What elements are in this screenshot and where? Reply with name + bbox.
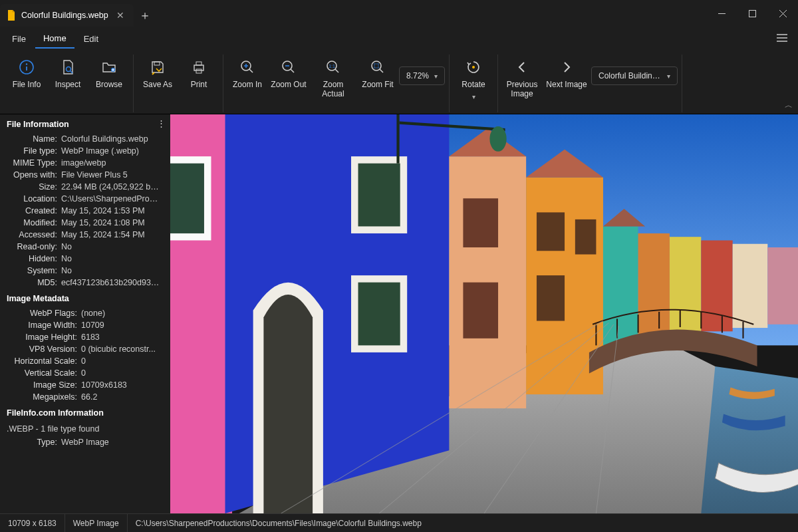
fileinfo-result-line: .WEBP - 1 file type found bbox=[4, 422, 165, 436]
info-row-system: System:No bbox=[4, 265, 165, 277]
svg-rect-38 bbox=[767, 247, 798, 325]
next-image-button[interactable]: Next Image bbox=[543, 55, 590, 92]
save-as-button[interactable]: Save As bbox=[138, 55, 178, 92]
info-sidebar: ⋮ File Information Name:Colorful Buildin… bbox=[0, 114, 170, 513]
info-icon bbox=[19, 59, 35, 76]
print-icon bbox=[191, 59, 207, 76]
maximize-button[interactable] bbox=[737, 0, 767, 27]
save-icon bbox=[150, 59, 166, 76]
ribbon-group-output: Save As Print bbox=[134, 55, 223, 112]
svg-point-13 bbox=[372, 61, 381, 70]
file-info-heading: File Information bbox=[4, 120, 165, 133]
meta-row-imgsize: Image Size:10709x6183 bbox=[4, 379, 165, 391]
ribbon-label: Next Image bbox=[546, 80, 587, 89]
status-format: WebP Image bbox=[65, 514, 128, 532]
meta-row-width: Image Width:10709 bbox=[4, 319, 165, 331]
zoom-actual-icon: 1:1 bbox=[325, 59, 341, 76]
info-row-opens-with: Opens with:File Viewer Plus 5 bbox=[4, 169, 165, 181]
ribbon-group-zoom: Zoom In Zoom Out 1:1 Zoom Actual Zoom Fi… bbox=[223, 55, 450, 112]
chevron-down-icon: ▾ bbox=[434, 72, 438, 80]
new-tab-button[interactable]: ＋ bbox=[134, 4, 156, 27]
fileinfo-row-type: Type:WebP Image bbox=[4, 436, 165, 448]
meta-row-vp8: VP8 Version:0 (bicubic reconstr... bbox=[4, 343, 165, 355]
ribbon-label: Browse bbox=[96, 80, 122, 89]
info-row-md5: MD5:ecf437123b613b290d939c... bbox=[4, 277, 165, 289]
ribbon-label: Inspect bbox=[55, 80, 81, 89]
ribbon-label: File Info bbox=[13, 80, 41, 89]
svg-rect-8 bbox=[196, 69, 201, 73]
meta-row-hscale: Horizontal Scale:0 bbox=[4, 355, 165, 367]
browse-button[interactable]: Browse bbox=[89, 55, 129, 92]
svg-rect-7 bbox=[196, 62, 201, 65]
sidebar-menu-button[interactable]: ⋮ bbox=[157, 118, 166, 128]
zoom-out-icon bbox=[281, 59, 297, 76]
file-selector-label: Colorful Buildings.... bbox=[598, 71, 662, 80]
menu-home[interactable]: Home bbox=[35, 29, 74, 49]
zoom-value: 8.72% bbox=[406, 71, 429, 80]
file-info-button[interactable]: File Info bbox=[7, 55, 47, 92]
svg-point-3 bbox=[66, 67, 71, 72]
close-tab-button[interactable]: ✕ bbox=[114, 9, 127, 22]
svg-rect-20 bbox=[170, 164, 204, 233]
image-metadata-heading: Image Metadata bbox=[4, 289, 165, 307]
info-row-accessed: Accessed:May 15, 2024 1:54 PM bbox=[4, 229, 165, 241]
zoom-out-button[interactable]: Zoom Out bbox=[269, 55, 309, 92]
svg-rect-37 bbox=[733, 244, 768, 328]
svg-rect-33 bbox=[603, 226, 638, 345]
zoom-level-dropdown[interactable]: 8.72% ▾ bbox=[399, 66, 445, 85]
svg-point-14 bbox=[472, 66, 475, 68]
ribbon-label: Previous Image bbox=[503, 80, 541, 98]
ribbon-label: Zoom Fit bbox=[362, 80, 393, 89]
hamburger-menu[interactable] bbox=[770, 30, 794, 48]
zoom-actual-button[interactable]: 1:1 Zoom Actual bbox=[310, 55, 356, 101]
close-window-button[interactable] bbox=[767, 0, 798, 27]
main-area: ⋮ File Information Name:Colorful Buildin… bbox=[0, 114, 798, 513]
svg-rect-42 bbox=[396, 114, 399, 164]
svg-rect-28 bbox=[463, 283, 498, 338]
svg-rect-27 bbox=[463, 198, 498, 247]
inspect-icon bbox=[60, 59, 76, 76]
ribbon-toolbar: File Info Inspect Browse Save As Print Z… bbox=[0, 51, 798, 114]
svg-point-2 bbox=[26, 63, 27, 65]
chevron-down-icon: ▾ bbox=[667, 72, 670, 80]
svg-rect-34 bbox=[638, 233, 670, 338]
menu-file[interactable]: File bbox=[4, 30, 34, 48]
svg-point-44 bbox=[489, 126, 506, 152]
rotate-button[interactable]: Rotate ▾ bbox=[454, 55, 493, 103]
svg-rect-23 bbox=[358, 164, 400, 227]
document-tab[interactable]: Colorful Buildings.webp ✕ bbox=[0, 4, 134, 27]
ribbon-group-file: File Info Inspect Browse bbox=[3, 55, 134, 112]
ribbon-label: Print bbox=[191, 80, 207, 89]
info-row-readonly: Read-only:No bbox=[4, 241, 165, 253]
tab-title: Colorful Buildings.webp bbox=[21, 11, 108, 20]
displayed-image bbox=[170, 114, 798, 513]
zoom-in-button[interactable]: Zoom In bbox=[227, 55, 267, 92]
meta-row-vscale: Vertical Scale:0 bbox=[4, 367, 165, 379]
folder-icon bbox=[101, 59, 117, 76]
ribbon-group-navigate: Previous Image Next Image Colorful Build… bbox=[498, 55, 682, 112]
window-controls bbox=[706, 0, 798, 27]
print-button[interactable]: Print bbox=[179, 55, 219, 92]
chevron-right-icon bbox=[559, 59, 575, 76]
ribbon-label: Zoom Out bbox=[271, 80, 306, 89]
status-dimensions: 10709 x 6183 bbox=[0, 514, 65, 532]
info-row-hidden: Hidden:No bbox=[4, 253, 165, 265]
inspect-button[interactable]: Inspect bbox=[48, 55, 88, 92]
image-viewport[interactable] bbox=[170, 114, 798, 513]
zoom-fit-button[interactable]: Zoom Fit bbox=[358, 55, 398, 92]
meta-row-flags: WebP Flags:(none) bbox=[4, 307, 165, 319]
collapse-ribbon-button[interactable]: ︿ bbox=[785, 100, 793, 111]
info-row-size: Size:22.94 MB (24,052,922 bytes) bbox=[4, 181, 165, 193]
previous-image-button[interactable]: Previous Image bbox=[502, 55, 542, 101]
svg-rect-25 bbox=[358, 283, 400, 346]
document-icon bbox=[7, 10, 16, 21]
minimize-button[interactable] bbox=[706, 0, 737, 27]
meta-row-height: Image Height:6183 bbox=[4, 331, 165, 343]
menubar: File Home Edit bbox=[0, 27, 798, 51]
menu-edit[interactable]: Edit bbox=[76, 30, 106, 48]
info-row-location: Location:C:\Users\SharpenedProdu... bbox=[4, 193, 165, 205]
svg-rect-0 bbox=[749, 10, 755, 17]
svg-rect-35 bbox=[670, 237, 701, 334]
image-file-dropdown[interactable]: Colorful Buildings.... ▾ bbox=[591, 66, 678, 85]
svg-text:1:1: 1:1 bbox=[329, 64, 335, 68]
